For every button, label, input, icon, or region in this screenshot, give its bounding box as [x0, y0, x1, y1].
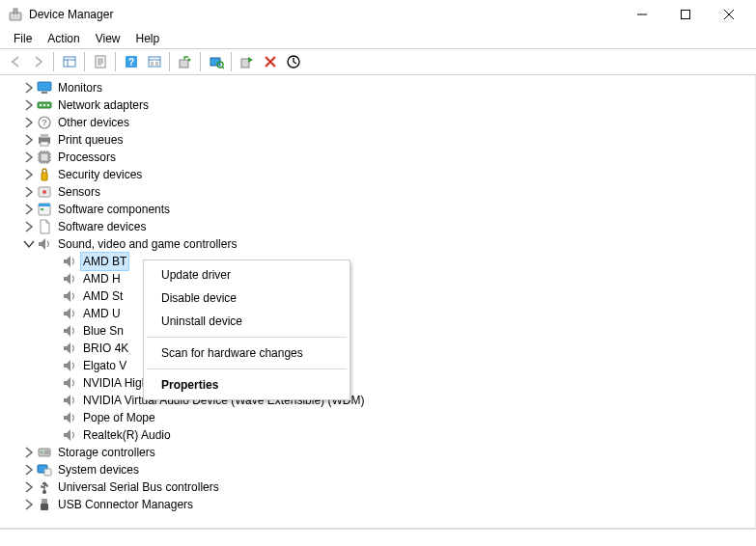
speaker-icon — [62, 323, 77, 339]
toolbar-separator — [84, 52, 85, 71]
tree-node-amd-h[interactable]: AMD H — [0, 270, 755, 287]
context-menu-separator — [147, 337, 347, 338]
tree-label: Blue Sn — [81, 322, 126, 340]
speaker-icon — [62, 341, 77, 356]
toolbar-separator — [53, 52, 54, 71]
toolbar-uninstall-device-button[interactable] — [259, 51, 281, 72]
minimize-button[interactable] — [620, 0, 663, 29]
tree-node-print-queues[interactable]: Print queues — [0, 131, 755, 149]
tree-node-storage-controllers[interactable]: Storage controllers — [0, 444, 755, 461]
speaker-icon — [62, 410, 77, 425]
chevron-right-icon[interactable] — [21, 184, 37, 200]
tree-label: System devices — [56, 461, 141, 478]
chevron-down-icon[interactable] — [21, 236, 37, 252]
tree-node-elgato-v[interactable]: Elgato V — [0, 357, 755, 374]
chevron-right-icon[interactable] — [21, 202, 37, 217]
speaker-icon — [62, 375, 77, 391]
toolbar-separator — [231, 52, 232, 71]
close-button[interactable] — [707, 0, 750, 29]
tree-label: Elgato V — [81, 357, 128, 374]
tree-node-amd-u[interactable]: AMD U — [0, 305, 755, 322]
svg-rect-33 — [149, 57, 160, 67]
menu-action[interactable]: Action — [40, 31, 87, 46]
tree-node-nvidia-virtual-audio[interactable]: NVIDIA Virtual Audio Device (Wave Extens… — [0, 392, 755, 409]
menu-view[interactable]: View — [88, 31, 128, 46]
tree-node-usb-connector-managers[interactable]: USB Connector Managers — [0, 496, 755, 513]
chevron-right-icon[interactable] — [21, 97, 37, 113]
tree-label: Universal Serial Bus controllers — [56, 478, 221, 496]
tree-node-software-devices[interactable]: Software devices — [0, 218, 755, 235]
chevron-right-icon[interactable] — [21, 150, 37, 165]
tree-node-system-devices[interactable]: System devices — [0, 461, 755, 478]
tree-label: Network adapters — [56, 96, 151, 114]
chevron-right-icon[interactable] — [21, 479, 37, 495]
chevron-right-icon[interactable] — [21, 219, 37, 234]
titlebar: Device Manager — [0, 0, 756, 29]
toolbar-properties-button[interactable] — [89, 51, 111, 72]
chevron-right-icon[interactable] — [21, 167, 37, 182]
tree-node-blue-sn[interactable]: Blue Sn — [0, 322, 755, 340]
storage-icon — [37, 445, 52, 460]
chevron-right-icon[interactable] — [21, 115, 37, 130]
maximize-button[interactable] — [663, 0, 707, 29]
speaker-icon — [62, 271, 77, 287]
menu-file[interactable]: File — [6, 31, 40, 46]
toolbar-help-button[interactable]: ? — [120, 51, 142, 72]
toolbar-separator — [169, 52, 170, 71]
tree-node-processors[interactable]: Processors — [0, 149, 755, 166]
tree-node-amd-st[interactable]: AMD St — [0, 287, 755, 305]
tree-node-pope-of-mope[interactable]: Pope of Mope — [0, 409, 755, 426]
context-menu-properties[interactable]: Properties — [144, 373, 350, 396]
tree-node-brio-4k[interactable]: BRIO 4K — [0, 340, 755, 357]
chevron-right-icon[interactable] — [21, 462, 37, 478]
menu-help[interactable]: Help — [128, 31, 168, 46]
speaker-icon — [62, 306, 77, 321]
tree-node-amd-bt[interactable]: AMD BT — [0, 253, 755, 270]
toolbar-forward-button[interactable] — [27, 51, 49, 72]
chevron-right-icon[interactable] — [21, 80, 37, 96]
chevron-right-icon[interactable] — [21, 497, 37, 512]
document-icon — [37, 219, 52, 234]
tree-node-realtek-audio[interactable]: Realtek(R) Audio — [0, 426, 755, 444]
tree-pane[interactable]: Monitors Network adapters Other devices … — [0, 75, 755, 529]
statusbar — [0, 529, 756, 546]
toolbar-enable-device-button[interactable] — [236, 51, 258, 72]
context-menu-uninstall-device[interactable]: Uninstall device — [144, 310, 350, 333]
context-menu-disable-device[interactable]: Disable device — [144, 287, 350, 310]
spacer — [46, 427, 62, 443]
tree-label: AMD H — [81, 270, 123, 287]
context-menu-update-driver[interactable]: Update driver — [144, 263, 350, 287]
tree-node-usb-controllers[interactable]: Universal Serial Bus controllers — [0, 478, 755, 496]
spacer — [46, 393, 62, 408]
tree-label: Software components — [56, 201, 172, 218]
chevron-right-icon[interactable] — [21, 445, 37, 460]
tree-node-monitors[interactable]: Monitors — [0, 79, 755, 96]
spacer — [46, 341, 62, 356]
tree-label: BRIO 4K — [81, 340, 130, 357]
toolbar-update-driver-button[interactable] — [174, 51, 196, 72]
network-icon — [37, 97, 52, 113]
spacer — [46, 410, 62, 425]
tree-label: Other devices — [56, 114, 131, 131]
context-menu-scan-hardware[interactable]: Scan for hardware changes — [144, 341, 350, 365]
toolbar-show-hide-tree-button[interactable] — [58, 51, 80, 72]
tree-label: Software devices — [56, 218, 148, 235]
tree-node-sensors[interactable]: Sensors — [0, 183, 755, 201]
toolbar-separator — [200, 52, 201, 71]
tree-node-software-components[interactable]: Software components — [0, 201, 755, 218]
tree-node-security-devices[interactable]: Security devices — [0, 166, 755, 183]
tree-node-network-adapters[interactable]: Network adapters — [0, 96, 755, 114]
tree-node-sound-video-game-controllers[interactable]: Sound, video and game controllers — [0, 235, 755, 253]
sensor-icon — [37, 184, 52, 200]
speaker-icon — [62, 427, 77, 443]
tree-node-other-devices[interactable]: Other devices — [0, 114, 755, 131]
tree-label: Processors — [56, 149, 118, 166]
tree-node-nvidia-hd-audio[interactable]: NVIDIA High Definition Audio — [0, 374, 755, 392]
toolbar-back-button[interactable] — [4, 51, 26, 72]
toolbar-scan-hardware-button[interactable] — [205, 51, 227, 72]
chevron-right-icon[interactable] — [21, 132, 37, 148]
speaker-icon — [62, 358, 77, 373]
toolbar-view-button[interactable] — [143, 51, 165, 72]
svg-rect-34 — [180, 60, 188, 68]
toolbar-disable-device-button[interactable] — [282, 51, 304, 72]
